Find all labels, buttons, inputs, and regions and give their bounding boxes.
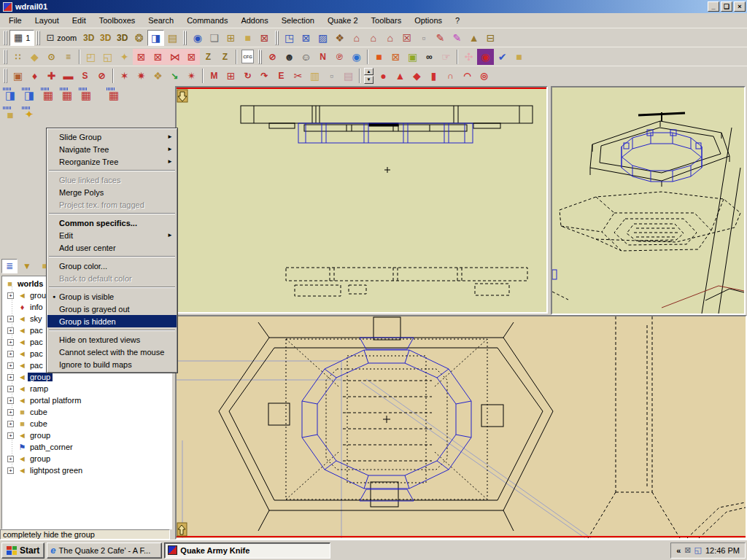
texture-brick-icon[interactable]: ▦ <box>39 88 57 104</box>
task-button-the-quake-2-cafe-a-f[interactable]: eThe Quake 2 Cafe' - A F... <box>47 542 162 559</box>
texture-z-2-icon[interactable]: Z <box>217 49 233 65</box>
dotted-box-2-icon[interactable]: ▫ <box>323 68 340 84</box>
entity-cube-icon[interactable]: ■ <box>1 106 19 122</box>
help-book-icon[interactable]: ▤ <box>164 30 181 46</box>
import-icon[interactable]: ↘ <box>166 68 183 84</box>
horn-cube-2-icon[interactable]: ◱ <box>99 49 116 65</box>
tree-item-ramp[interactable]: +◄ramp <box>2 383 171 394</box>
spin-up-icon[interactable]: ▲ <box>364 68 374 76</box>
menu-item-file[interactable]: File <box>2 14 28 27</box>
zoom-button[interactable]: ⊡zoom <box>42 30 80 46</box>
cluster-no-icon[interactable]: ✴ <box>183 68 200 84</box>
window-close-icon[interactable]: ⊠ <box>298 30 314 46</box>
subtract-3-icon[interactable]: ⋈ <box>166 49 183 65</box>
red-forbid-icon[interactable]: ⊘ <box>93 68 110 84</box>
tree-item-group[interactable]: +◄group <box>2 429 171 441</box>
tree-expander-icon[interactable]: + <box>7 397 14 404</box>
menu-item-layout[interactable]: Layout <box>28 14 66 27</box>
context-menu-item-glue-linked-faces[interactable]: Glue linked faces <box>47 174 177 186</box>
new-group-icon[interactable]: ⊞ <box>222 30 239 46</box>
shape-diamond-icon[interactable]: ◆ <box>409 68 425 84</box>
context-menu-item-group-is-grayed-out[interactable]: Group is grayed out <box>47 303 177 315</box>
menu-item-toolboxes[interactable]: Toolboxes <box>93 14 142 27</box>
package-icon[interactable]: ▥ <box>306 68 323 84</box>
red-minus-icon[interactable]: ▬ <box>60 68 77 84</box>
cluster-drops-icon[interactable]: ✷ <box>133 68 150 84</box>
context-menu-item-merge-polys[interactable]: Merge Polys <box>47 186 177 198</box>
red-drop-icon[interactable]: ♦ <box>26 68 43 84</box>
red-window-icon[interactable]: ⊞ <box>222 68 239 84</box>
context-menu-item-slide-group[interactable]: Slide Group► <box>47 131 177 143</box>
cube-icon[interactable]: ■ <box>511 49 527 65</box>
toolbar-grip[interactable] <box>4 50 7 64</box>
menu-item-toolbars[interactable]: Toolbars <box>365 14 409 27</box>
texture-blue-cube-2-icon[interactable]: ◨ <box>20 88 38 104</box>
home-arrow-2-icon[interactable]: ⌂ <box>365 30 382 46</box>
tree-expander-icon[interactable]: + <box>7 432 14 439</box>
tree-item-portal-platform[interactable]: +◄portal platform <box>2 394 171 406</box>
pen-red-icon[interactable]: ✎ <box>432 30 449 46</box>
minimize-button[interactable]: _ <box>708 1 719 12</box>
dotted-box-icon[interactable]: ▫ <box>415 30 432 46</box>
rotate-icon[interactable]: ↻ <box>239 68 256 84</box>
binoculars-icon[interactable]: ∞ <box>421 49 438 65</box>
vertices-icon[interactable]: ∷ <box>9 49 26 65</box>
display-icon[interactable]: ⊠ <box>684 546 691 554</box>
shape-cylinder-icon[interactable]: ▮ <box>425 68 442 84</box>
menu-item-addons[interactable]: Addons <box>234 14 274 27</box>
context-menu-item-group-color[interactable]: Group color... <box>47 260 177 272</box>
tree-item-group[interactable]: +◄group <box>2 453 171 464</box>
tree-item-cube[interactable]: +■cube <box>2 418 171 429</box>
context-menu-item-navigate-tree[interactable]: Navigate Tree► <box>47 143 177 155</box>
letter-m-icon[interactable]: M <box>206 68 222 84</box>
network-icon[interactable]: ◱ <box>694 546 702 554</box>
context-menu-item-reorganize-tree[interactable]: Reorganize Tree► <box>47 155 177 168</box>
tree-item-cube[interactable]: +■cube <box>2 406 171 418</box>
entity-light-icon[interactable]: ✦ <box>20 106 38 122</box>
point-hand-icon[interactable]: ☞ <box>438 49 454 65</box>
texture-brick-3-icon[interactable]: ▦ <box>77 88 95 104</box>
front-view-canvas[interactable] <box>177 88 546 312</box>
toolbar-grip[interactable] <box>4 69 7 83</box>
tree-drop-icon[interactable]: ▼ <box>19 259 35 273</box>
tree-expander-icon[interactable]: + <box>7 292 14 299</box>
menu-item-edit[interactable]: Edit <box>66 14 93 27</box>
cylinders-icon[interactable]: ≡ <box>60 49 77 65</box>
spike-ball-icon[interactable]: ✦ <box>116 49 133 65</box>
vertex-tool-icon[interactable]: ◉ <box>189 30 206 46</box>
cfg-file-icon[interactable]: CFG <box>241 50 254 63</box>
close-button[interactable]: × <box>734 1 746 12</box>
blue-sphere-icon[interactable]: ◉ <box>348 49 365 65</box>
players-icon[interactable]: ☻ <box>281 49 298 65</box>
tree-expander-icon[interactable]: + <box>7 421 14 427</box>
toolbar-grip[interactable] <box>183 31 187 45</box>
shape-half-icon[interactable]: ◠ <box>459 68 476 84</box>
3d-view-2-icon[interactable]: 3D <box>97 30 114 46</box>
start-button[interactable]: Start <box>1 542 44 559</box>
bend-arrow-icon[interactable]: ↷ <box>256 68 273 84</box>
tree-item-lightpost-green[interactable]: +◄lightpost green <box>2 464 171 476</box>
tray-chevron[interactable]: « <box>676 546 681 555</box>
toolbar-grip[interactable] <box>258 50 262 64</box>
handle-tool-icon[interactable]: ❏ <box>206 30 222 46</box>
menu-item-item[interactable]: ? <box>449 14 466 27</box>
menu-item-commands[interactable]: Commands <box>180 14 234 27</box>
tree-expander-icon[interactable]: + <box>7 409 14 416</box>
context-menu-item-cannot-select-with-the-mouse[interactable]: Cannot select with the mouse <box>47 346 177 358</box>
top-view-canvas[interactable] <box>177 316 746 538</box>
wheel-box-icon[interactable]: ❖ <box>331 30 348 46</box>
no-touch-icon[interactable]: ⊘ <box>264 49 281 65</box>
eye-box-icon[interactable]: ◉ <box>477 49 494 65</box>
texture-brick-4-icon[interactable]: ▦ <box>105 88 123 104</box>
context-menu-item-ignore-to-build-maps[interactable]: Ignore to build maps <box>47 358 177 370</box>
cube-drops-icon[interactable]: ❖ <box>150 68 166 84</box>
face-icon[interactable]: ☺ <box>298 49 314 65</box>
tree-expander-icon[interactable]: + <box>7 351 14 357</box>
polyhedron-icon[interactable]: ◆ <box>26 49 43 65</box>
task-button-quake-army-knife[interactable]: Quake Army Knife <box>164 542 330 559</box>
scroll-down-icon[interactable] <box>177 90 187 102</box>
toolbar-grip[interactable] <box>4 31 7 45</box>
3d-opengl-icon[interactable]: 3D <box>114 30 131 46</box>
toolbar-grip[interactable] <box>36 31 40 45</box>
tree-expander-icon[interactable]: + <box>7 316 14 322</box>
